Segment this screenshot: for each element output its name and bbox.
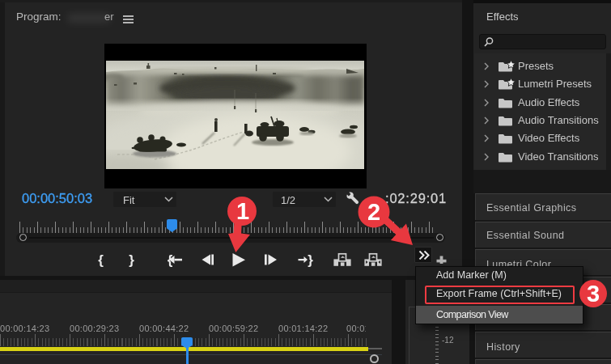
- svg-text:3: 3: [587, 281, 600, 307]
- svg-text:1: 1: [236, 198, 249, 224]
- svg-text:2: 2: [367, 199, 380, 225]
